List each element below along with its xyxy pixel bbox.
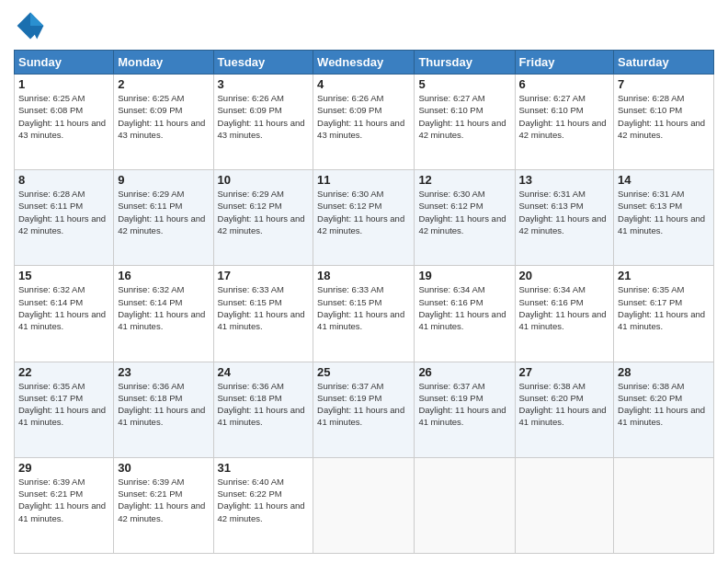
day-cell: 23Sunrise: 6:36 AMSunset: 6:18 PMDayligh… (114, 362, 213, 457)
day-cell (515, 457, 614, 553)
weekday-header-tuesday: Tuesday (213, 51, 313, 75)
day-number: 27 (519, 365, 610, 379)
day-number: 22 (18, 365, 109, 379)
day-cell (313, 457, 415, 553)
day-cell: 31Sunrise: 6:40 AMSunset: 6:22 PMDayligh… (213, 457, 313, 553)
day-cell: 11Sunrise: 6:30 AMSunset: 6:12 PMDayligh… (313, 170, 415, 266)
day-cell: 17Sunrise: 6:33 AMSunset: 6:15 PMDayligh… (213, 266, 313, 362)
weekday-header-thursday: Thursday (415, 51, 515, 75)
day-info: Sunrise: 6:26 AMSunset: 6:09 PMDaylight:… (218, 92, 310, 141)
day-info: Sunrise: 6:36 AMSunset: 6:18 PMDaylight:… (118, 380, 209, 429)
day-cell: 27Sunrise: 6:38 AMSunset: 6:20 PMDayligh… (515, 362, 614, 457)
day-number: 6 (519, 77, 610, 91)
week-row-4: 29Sunrise: 6:39 AMSunset: 6:21 PMDayligh… (15, 457, 714, 553)
day-info: Sunrise: 6:37 AMSunset: 6:19 PMDaylight:… (317, 380, 410, 429)
weekday-header-row: SundayMondayTuesdayWednesdayThursdayFrid… (15, 51, 714, 75)
day-number: 8 (18, 173, 109, 187)
day-number: 21 (618, 269, 710, 282)
day-cell: 10Sunrise: 6:29 AMSunset: 6:12 PMDayligh… (213, 170, 313, 266)
day-cell (415, 457, 515, 553)
day-cell: 21Sunrise: 6:35 AMSunset: 6:17 PMDayligh… (614, 266, 714, 362)
day-number: 15 (18, 269, 109, 282)
day-info: Sunrise: 6:40 AMSunset: 6:22 PMDaylight:… (218, 476, 310, 524)
day-number: 25 (317, 365, 410, 379)
page: SundayMondayTuesdayWednesdayThursdayFrid… (0, 0, 728, 563)
logo (14, 9, 51, 42)
day-cell: 12Sunrise: 6:30 AMSunset: 6:12 PMDayligh… (415, 170, 515, 266)
day-number: 13 (519, 173, 610, 187)
day-info: Sunrise: 6:35 AMSunset: 6:17 PMDaylight:… (18, 380, 109, 429)
weekday-header-sunday: Sunday (15, 51, 114, 75)
weekday-header-monday: Monday (114, 51, 213, 75)
day-info: Sunrise: 6:26 AMSunset: 6:09 PMDaylight:… (317, 92, 410, 141)
day-cell: 2Sunrise: 6:25 AMSunset: 6:09 PMDaylight… (114, 75, 213, 170)
day-cell: 18Sunrise: 6:33 AMSunset: 6:15 PMDayligh… (313, 266, 415, 362)
day-info: Sunrise: 6:30 AMSunset: 6:12 PMDaylight:… (418, 188, 510, 236)
week-row-3: 22Sunrise: 6:35 AMSunset: 6:17 PMDayligh… (15, 362, 714, 457)
day-cell: 19Sunrise: 6:34 AMSunset: 6:16 PMDayligh… (415, 266, 515, 362)
day-number: 23 (118, 365, 209, 379)
day-cell: 30Sunrise: 6:39 AMSunset: 6:21 PMDayligh… (114, 457, 213, 553)
calendar: SundayMondayTuesdayWednesdayThursdayFrid… (14, 50, 714, 554)
day-cell: 26Sunrise: 6:37 AMSunset: 6:19 PMDayligh… (415, 362, 515, 457)
day-cell: 15Sunrise: 6:32 AMSunset: 6:14 PMDayligh… (15, 266, 114, 362)
weekday-header-wednesday: Wednesday (313, 51, 415, 75)
day-cell: 16Sunrise: 6:32 AMSunset: 6:14 PMDayligh… (114, 266, 213, 362)
weekday-header-saturday: Saturday (614, 51, 714, 75)
day-info: Sunrise: 6:28 AMSunset: 6:10 PMDaylight:… (618, 92, 710, 141)
day-number: 24 (218, 365, 310, 379)
day-info: Sunrise: 6:39 AMSunset: 6:21 PMDaylight:… (118, 476, 209, 524)
day-cell: 24Sunrise: 6:36 AMSunset: 6:18 PMDayligh… (213, 362, 313, 457)
day-number: 14 (618, 173, 710, 187)
day-number: 16 (118, 269, 209, 282)
weekday-header-friday: Friday (515, 51, 614, 75)
day-info: Sunrise: 6:28 AMSunset: 6:11 PMDaylight:… (18, 188, 109, 236)
day-info: Sunrise: 6:25 AMSunset: 6:08 PMDaylight:… (18, 92, 109, 141)
week-row-1: 8Sunrise: 6:28 AMSunset: 6:11 PMDaylight… (15, 170, 714, 266)
day-number: 26 (418, 365, 510, 379)
day-cell: 4Sunrise: 6:26 AMSunset: 6:09 PMDaylight… (313, 75, 415, 170)
day-number: 10 (218, 173, 310, 187)
day-info: Sunrise: 6:31 AMSunset: 6:13 PMDaylight:… (618, 188, 710, 236)
day-number: 18 (317, 269, 410, 282)
day-info: Sunrise: 6:31 AMSunset: 6:13 PMDaylight:… (519, 188, 610, 236)
day-number: 19 (418, 269, 510, 282)
day-cell: 29Sunrise: 6:39 AMSunset: 6:21 PMDayligh… (15, 457, 114, 553)
day-number: 12 (418, 173, 510, 187)
day-cell: 3Sunrise: 6:26 AMSunset: 6:09 PMDaylight… (213, 75, 313, 170)
day-info: Sunrise: 6:36 AMSunset: 6:18 PMDaylight:… (218, 380, 310, 429)
day-cell: 6Sunrise: 6:27 AMSunset: 6:10 PMDaylight… (515, 75, 614, 170)
day-info: Sunrise: 6:34 AMSunset: 6:16 PMDaylight:… (519, 283, 610, 332)
day-number: 5 (418, 77, 510, 91)
day-cell: 25Sunrise: 6:37 AMSunset: 6:19 PMDayligh… (313, 362, 415, 457)
day-info: Sunrise: 6:39 AMSunset: 6:21 PMDaylight:… (18, 476, 109, 524)
day-cell: 9Sunrise: 6:29 AMSunset: 6:11 PMDaylight… (114, 170, 213, 266)
svg-marker-1 (30, 13, 43, 26)
day-info: Sunrise: 6:27 AMSunset: 6:10 PMDaylight:… (418, 92, 510, 141)
day-number: 2 (118, 77, 209, 91)
day-cell: 8Sunrise: 6:28 AMSunset: 6:11 PMDaylight… (15, 170, 114, 266)
day-number: 17 (218, 269, 310, 282)
day-cell: 13Sunrise: 6:31 AMSunset: 6:13 PMDayligh… (515, 170, 614, 266)
day-info: Sunrise: 6:32 AMSunset: 6:14 PMDaylight:… (18, 283, 109, 332)
day-number: 20 (519, 269, 610, 282)
day-info: Sunrise: 6:35 AMSunset: 6:17 PMDaylight:… (618, 283, 710, 332)
week-row-0: 1Sunrise: 6:25 AMSunset: 6:08 PMDaylight… (15, 75, 714, 170)
day-info: Sunrise: 6:33 AMSunset: 6:15 PMDaylight:… (218, 283, 310, 332)
day-cell: 28Sunrise: 6:38 AMSunset: 6:20 PMDayligh… (614, 362, 714, 457)
day-number: 31 (218, 461, 310, 475)
day-number: 28 (618, 365, 710, 379)
day-info: Sunrise: 6:33 AMSunset: 6:15 PMDaylight:… (317, 283, 410, 332)
day-info: Sunrise: 6:32 AMSunset: 6:14 PMDaylight:… (118, 283, 209, 332)
header (14, 9, 714, 42)
day-info: Sunrise: 6:37 AMSunset: 6:19 PMDaylight:… (418, 380, 510, 429)
day-info: Sunrise: 6:27 AMSunset: 6:10 PMDaylight:… (519, 92, 610, 141)
week-row-2: 15Sunrise: 6:32 AMSunset: 6:14 PMDayligh… (15, 266, 714, 362)
day-cell (614, 457, 714, 553)
day-info: Sunrise: 6:29 AMSunset: 6:12 PMDaylight:… (218, 188, 310, 236)
day-info: Sunrise: 6:34 AMSunset: 6:16 PMDaylight:… (418, 283, 510, 332)
day-cell: 20Sunrise: 6:34 AMSunset: 6:16 PMDayligh… (515, 266, 614, 362)
day-cell: 14Sunrise: 6:31 AMSunset: 6:13 PMDayligh… (614, 170, 714, 266)
day-number: 30 (118, 461, 209, 475)
day-cell: 1Sunrise: 6:25 AMSunset: 6:08 PMDaylight… (15, 75, 114, 170)
